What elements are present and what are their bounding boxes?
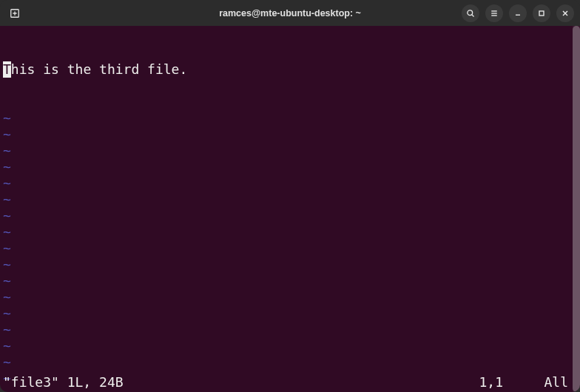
terminal-area[interactable]: This is the third file. ~~~~~~~~~~~~~~~~… <box>0 26 580 392</box>
cursor: T <box>3 61 11 78</box>
editor-buffer: This is the third file. ~~~~~~~~~~~~~~~~… <box>3 29 577 392</box>
empty-line-tilde: ~ <box>3 159 577 175</box>
empty-line-tilde: ~ <box>3 175 577 192</box>
empty-line-tilde: ~ <box>3 192 577 208</box>
new-tab-button[interactable] <box>6 4 24 22</box>
titlebar-right <box>462 4 574 22</box>
close-button[interactable] <box>556 4 574 22</box>
scrollbar-thumb[interactable] <box>573 26 580 392</box>
svg-line-4 <box>472 14 474 16</box>
status-filename: "file3" 1L, 24B <box>3 374 124 391</box>
empty-line-tilde: ~ <box>3 305 577 322</box>
empty-line-tilde: ~ <box>3 126 577 143</box>
empty-line-tilde: ~ <box>3 208 577 224</box>
file-content-line: This is the third file. <box>3 61 577 78</box>
empty-line-tilde: ~ <box>3 257 577 273</box>
svg-point-3 <box>468 10 473 15</box>
empty-line-tilde: ~ <box>3 289 577 305</box>
search-button[interactable] <box>462 4 479 22</box>
empty-line-tilde: ~ <box>3 110 577 126</box>
svg-rect-9 <box>539 11 544 16</box>
menu-button[interactable] <box>485 4 503 22</box>
empty-line-tilde: ~ <box>3 322 577 338</box>
empty-line-tilde: ~ <box>3 354 577 371</box>
maximize-button[interactable] <box>533 4 550 22</box>
titlebar-left <box>6 4 24 22</box>
line-text: his is the third file. <box>11 61 187 78</box>
window-titlebar: ramces@mte-ubuntu-desktop: ~ <box>0 0 580 26</box>
empty-line-tilde: ~ <box>3 240 577 257</box>
minimize-button[interactable] <box>509 4 527 22</box>
empty-line-tilde: ~ <box>3 338 577 354</box>
vim-status-line: "file3" 1L, 24B 1,1 All <box>3 374 577 391</box>
window-title: ramces@mte-ubuntu-desktop: ~ <box>219 8 361 18</box>
status-scroll-indicator: All <box>544 374 568 391</box>
terminal-scrollbar[interactable] <box>573 26 580 392</box>
empty-line-tilde: ~ <box>3 224 577 240</box>
empty-line-tilde: ~ <box>3 273 577 289</box>
empty-line-tilde: ~ <box>3 143 577 159</box>
